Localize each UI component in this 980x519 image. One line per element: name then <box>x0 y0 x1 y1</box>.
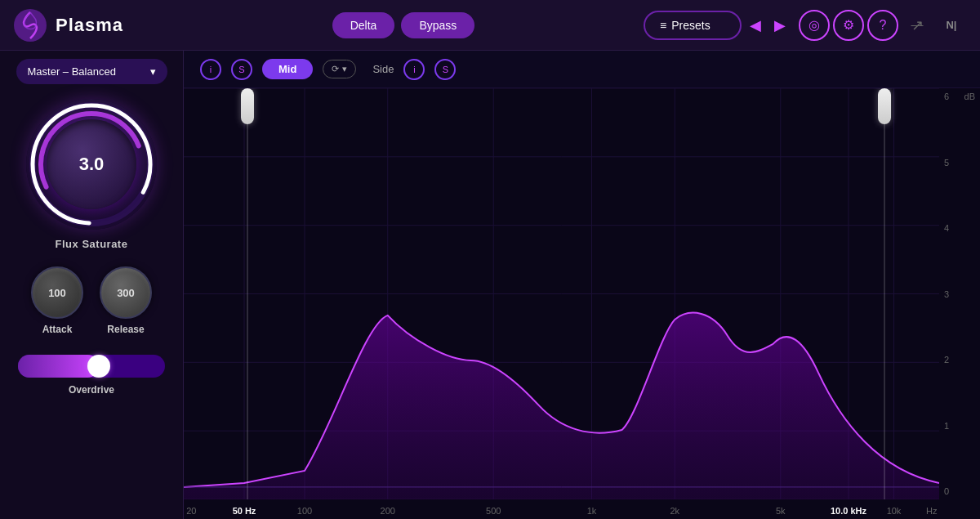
overdrive-label: Overdrive <box>69 384 114 396</box>
main-content: Master – Balanced ▾ 3.0 Flux Saturate <box>0 51 980 519</box>
freq-labels: 20 50 Hz 100 200 500 1k 2k 5k 10.0 kHz 1… <box>184 499 939 519</box>
overdrive-area: Overdrive <box>18 355 165 396</box>
freq-500: 500 <box>486 506 501 516</box>
ni-button[interactable]: N| <box>936 10 967 41</box>
freq-10k: 10k <box>887 506 902 516</box>
left-freq-slider[interactable] <box>241 88 254 499</box>
logo-area: Plasma <box>13 8 176 43</box>
help-button[interactable]: ? <box>867 10 898 41</box>
right-panel: i S Mid ⟳ ▾ Side i S <box>184 51 980 519</box>
right-slider-thumb <box>878 88 891 124</box>
question-icon: ? <box>880 18 887 33</box>
mid-s-icon: S <box>238 65 244 74</box>
side-s-button[interactable]: S <box>434 59 456 80</box>
flux-saturate-label: Flux Saturate <box>56 238 128 250</box>
freq-hz: Hz <box>926 506 937 516</box>
left-panel: Master – Balanced ▾ 3.0 Flux Saturate <box>0 51 184 519</box>
gear-icon: ⚙ <box>843 17 854 33</box>
preset-name: Master – Balanced <box>28 65 116 78</box>
delta-button[interactable]: Delta <box>332 12 395 38</box>
ni-icon: N| <box>946 19 956 31</box>
freq-1k: 1k <box>587 506 597 516</box>
presets-button[interactable]: ≡ Presets <box>644 11 742 40</box>
db-label-5: 5 <box>944 158 975 168</box>
side-s-icon: S <box>443 65 448 74</box>
attack-item: 100 Attack <box>31 266 83 335</box>
slider-thumb[interactable] <box>87 355 110 378</box>
logo-text: Plasma <box>56 15 123 36</box>
header: Plasma Delta Bypass ≡ Presets ◀ ▶ ◎ ⚙ ? … <box>0 0 980 51</box>
nav-right-button[interactable]: ▶ <box>769 13 791 38</box>
overdrive-slider[interactable] <box>18 355 165 378</box>
antenna-icon: ↗ <box>911 16 924 34</box>
mid-s-button[interactable]: S <box>231 59 252 80</box>
link-arrow: ▾ <box>342 64 347 74</box>
side-i-button[interactable]: i <box>403 59 425 80</box>
logo-icon <box>13 8 47 43</box>
mid-i-button[interactable]: i <box>200 59 221 80</box>
header-icons: ◎ ⚙ ? ↗ N| <box>799 10 967 41</box>
antenna-button[interactable]: ↗ <box>902 10 933 41</box>
db-labels: 6 5 4 3 2 1 0 <box>939 88 980 499</box>
mid-active-button[interactable]: Mid <box>262 59 313 79</box>
visualizer-area: dB 6 5 4 3 2 1 0 20 50 Hz 100 200 500 1k… <box>184 88 980 519</box>
presets-label: Presets <box>671 19 710 32</box>
preset-dropdown[interactable]: Master – Balanced ▾ <box>16 59 167 84</box>
release-label: Release <box>107 324 144 335</box>
side-label: Side <box>372 63 394 75</box>
presets-icon: ≡ <box>660 19 666 32</box>
db-label-3: 3 <box>944 289 975 299</box>
db-label-1: 1 <box>944 421 975 431</box>
freq-50hz: 50 Hz <box>233 506 256 516</box>
freq-5k: 5k <box>776 506 786 516</box>
settings-button[interactable]: ⚙ <box>833 10 864 41</box>
release-value: 300 <box>117 287 135 299</box>
freq-10khz: 10.0 kHz <box>831 506 866 516</box>
db-label-6: 6 <box>944 92 975 101</box>
spectrum-canvas <box>184 88 939 499</box>
attack-label: Attack <box>42 324 73 335</box>
freq-2k: 2k <box>670 506 679 516</box>
link-icon: ⟳ <box>332 64 339 74</box>
flux-saturate-container: 3.0 Flux Saturate <box>26 99 157 250</box>
left-slider-thumb <box>241 88 254 124</box>
mid-i-icon: i <box>210 65 212 74</box>
db-label-0: 0 <box>944 486 975 496</box>
db-label-4: 4 <box>944 223 975 233</box>
attack-knob[interactable]: 100 <box>31 266 83 319</box>
db-label-2: 2 <box>944 355 975 365</box>
flux-value: 3.0 <box>79 154 105 175</box>
freq-20: 20 <box>186 506 196 516</box>
knob-inner: 3.0 <box>47 119 136 209</box>
right-freq-slider[interactable] <box>878 88 891 499</box>
header-controls: Delta Bypass <box>176 12 630 38</box>
right-slider-line <box>884 124 885 499</box>
bypass-button[interactable]: Bypass <box>401 12 474 38</box>
freq-100: 100 <box>297 506 312 516</box>
attack-value: 100 <box>48 287 66 299</box>
attack-release-row: 100 Attack 300 Release <box>31 266 152 335</box>
side-i-icon: i <box>413 65 415 74</box>
nav-left-button[interactable]: ◀ <box>745 13 766 38</box>
presets-area: ≡ Presets ◀ ▶ <box>644 11 791 40</box>
release-item: 300 Release <box>100 266 152 335</box>
left-slider-line <box>247 124 248 499</box>
flux-saturate-knob[interactable]: 3.0 <box>26 99 157 230</box>
chat-icon: ◎ <box>808 17 820 33</box>
chat-button[interactable]: ◎ <box>799 10 830 41</box>
visualizer-header: i S Mid ⟳ ▾ Side i S <box>184 51 980 88</box>
freq-200: 200 <box>381 506 395 516</box>
link-button[interactable]: ⟳ ▾ <box>323 60 356 78</box>
dropdown-arrow: ▾ <box>150 65 156 78</box>
release-knob[interactable]: 300 <box>100 266 152 319</box>
